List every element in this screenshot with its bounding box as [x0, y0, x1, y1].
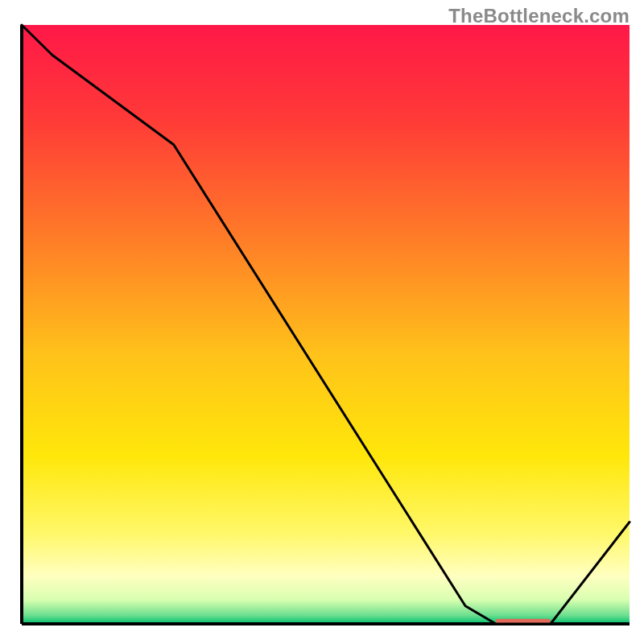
bottleneck-chart: TheBottleneck.com: [0, 0, 644, 644]
chart-svg: [0, 0, 644, 644]
watermark-label: TheBottleneck.com: [448, 5, 630, 27]
plot-background: [22, 25, 630, 624]
